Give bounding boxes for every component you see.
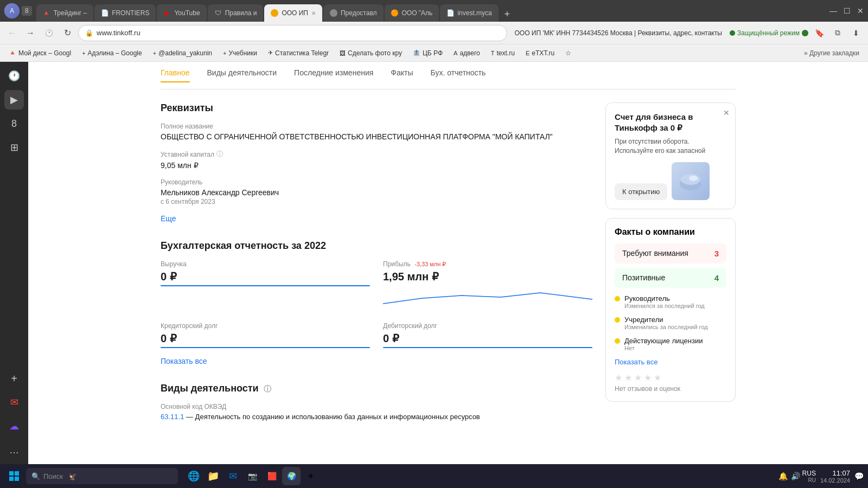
credit-chart-line: [161, 347, 370, 348]
bookmarks-more-button[interactable]: » Другие закладки: [800, 48, 864, 59]
maximize-button[interactable]: ☐: [844, 7, 851, 15]
tab-buh[interactable]: Бух. отчетность: [431, 68, 486, 82]
tab-count[interactable]: 8: [22, 6, 32, 16]
favorites-icon[interactable]: 🔖: [812, 25, 827, 41]
bookmark-label: Учебники: [228, 49, 257, 57]
ad-open-button[interactable]: К открытию: [615, 183, 667, 200]
credit-value: 0 ₽: [161, 332, 370, 345]
bookmark-icon-book: +: [223, 50, 226, 56]
profile-avatar[interactable]: A: [4, 3, 20, 18]
collections-icon[interactable]: ⧉: [830, 25, 845, 41]
taskbar-app3-icon[interactable]: 🟥: [263, 467, 281, 485]
tab-treyding[interactable]: 🔺 Трейдинг –: [36, 4, 93, 22]
bookmark-etxt[interactable]: E eTXT.ru: [521, 48, 559, 59]
clock-time: 11:07: [820, 469, 850, 477]
director-row: Руководитель Мельников Александр Сергеев…: [161, 178, 592, 206]
new-tab-button[interactable]: +: [500, 7, 515, 22]
download-icon[interactable]: ⬇: [848, 25, 864, 41]
star-1: ★: [615, 373, 622, 383]
refresh-button[interactable]: ↻: [60, 25, 75, 41]
profit-label: Прибыль -3,33 млн ₽: [383, 260, 592, 268]
bookmark-advego[interactable]: A адвего: [449, 48, 484, 59]
bookmark-uchebniki[interactable]: + Учебники: [219, 48, 261, 59]
notifications-icon[interactable]: 🔔: [778, 472, 788, 480]
activities-section: Виды деятельности ⓘ Основной код ОКВЭД 6…: [161, 383, 592, 421]
bookmark-photo[interactable]: 🖼 Сделать фото кру: [335, 48, 406, 59]
requisites-section: Реквизиты Полное название ОБЩЕСТВО С ОГР…: [161, 102, 592, 223]
clock-area[interactable]: 11:07 14.02.2024: [820, 469, 850, 484]
sidebar-history-icon[interactable]: 🕐: [4, 66, 24, 86]
sidebar-play-icon[interactable]: ▶: [4, 90, 24, 110]
activities-code-value: 63.11.1 — Деятельность по созданию и исп…: [161, 413, 592, 421]
sidebar-add-icon[interactable]: +: [4, 369, 24, 388]
bookmark-my-disk[interactable]: 🔺 Мой диск – Googl: [4, 48, 75, 59]
history-button[interactable]: 🕐: [41, 25, 56, 41]
bookmark-telegram[interactable]: + @adelina_yakunin: [149, 48, 216, 59]
forward-button[interactable]: →: [23, 25, 38, 41]
sidebar-apps-icon[interactable]: ⊞: [4, 138, 24, 157]
bookmark-stat-tg[interactable]: ✈ Статистика Telegr: [264, 48, 333, 59]
fact-item-content-3: Действующие лицензии Нет: [624, 337, 703, 351]
taskbar-edge-icon[interactable]: 🌐: [184, 467, 203, 485]
tab-invest[interactable]: 📄 invest.myca: [440, 4, 498, 22]
tab-youtube[interactable]: ▶ YouTube: [157, 4, 206, 22]
address-bar[interactable]: 🔒 www.tinkoff.ru: [78, 25, 507, 41]
title-bar: A 8 🔺 Трейдинг – 📄 FRONTIERS ▶ YouTube 🛡…: [0, 0, 868, 22]
close-button[interactable]: ✕: [857, 7, 864, 15]
tab-izm[interactable]: Последние изменения: [294, 68, 373, 82]
bookmark-text-ru[interactable]: T text.ru: [487, 48, 519, 59]
tab-ooo-ip[interactable]: ООО ИП ✕: [264, 4, 322, 22]
bookmark-label: @adelina_yakunin: [158, 49, 212, 57]
bookmark-icon-drive: 🔺: [9, 49, 16, 56]
taskbar-search-box[interactable]: 🔍 Поиск 🦅: [26, 468, 178, 484]
facts-title: Факты о компании: [615, 227, 726, 237]
tab-predostavl[interactable]: Предоставл: [323, 4, 384, 22]
minimize-button[interactable]: —: [829, 7, 837, 15]
page-inner: Главное Виды деятельности Последние изме…: [150, 62, 746, 460]
svg-point-2: [689, 176, 698, 181]
volume-icon[interactable]: 🔊: [791, 472, 800, 480]
sidebar-more-icon[interactable]: …: [4, 440, 24, 460]
taskbar-app2-icon[interactable]: 📷: [243, 467, 261, 485]
profit-chart: [383, 287, 592, 309]
tab-fakty[interactable]: Факты: [391, 68, 413, 82]
revenue-chart-line: [161, 285, 370, 286]
tab-frontiers[interactable]: 📄 FRONTIERS: [94, 4, 156, 22]
language-label: RUS: [802, 470, 816, 477]
bookmark-icon-stat: ✈: [268, 49, 273, 56]
notification-action-center[interactable]: 💬: [854, 472, 864, 480]
taskbar-chrome-icon[interactable]: 🌍: [282, 467, 301, 485]
capital-value: 9,05 млн ₽: [161, 161, 592, 170]
back-button[interactable]: ←: [4, 25, 20, 41]
sidebar-mail-icon[interactable]: ✉: [4, 393, 24, 412]
tab-glavnoe[interactable]: Главное: [161, 68, 190, 82]
taskbar-mail-icon[interactable]: ✉: [224, 467, 242, 485]
fact-item-desc-director: Изменился за последний год: [624, 303, 705, 309]
sidebar-cloud-icon[interactable]: ☁: [4, 416, 24, 436]
tab-close-btn[interactable]: ✕: [311, 10, 316, 16]
accounting-show-all[interactable]: Показать все: [161, 357, 592, 365]
taskbar-explorer-icon[interactable]: 📁: [204, 467, 222, 485]
sidebar-numeral-icon[interactable]: 8: [4, 114, 24, 133]
no-reviews-text: Нет отзывов и оценок: [615, 385, 726, 393]
director-date: с 6 сентября 2023: [161, 198, 592, 206]
activities-code-link[interactable]: 63.11.1: [161, 413, 184, 421]
start-button[interactable]: [4, 466, 24, 486]
capital-row: Уставной капитал ⓘ 9,05 млн ₽: [161, 150, 592, 170]
taskbar-telegram-icon[interactable]: ✈: [302, 467, 320, 485]
bookmark-star[interactable]: ☆: [561, 48, 576, 59]
tab-label: Трейдинг –: [54, 9, 87, 17]
bookmark-cbrf[interactable]: 🏦 ЦБ РФ: [409, 48, 447, 59]
tab-vidy[interactable]: Виды деятельности: [207, 68, 277, 82]
fact-positive-item[interactable]: Позитивные 4: [615, 268, 726, 288]
bookmark-adelina[interactable]: + Адэлина – Google: [78, 48, 146, 59]
tab-pravila[interactable]: 🛡 Правила и: [208, 4, 264, 22]
ad-card-close-button[interactable]: ✕: [723, 108, 730, 117]
facts-show-all-link[interactable]: Показать все: [615, 358, 726, 366]
window-controls: — ☐ ✕: [829, 7, 864, 15]
tab-label: invest.myca: [457, 9, 492, 17]
more-link[interactable]: Еще: [161, 214, 592, 223]
facts-card: Факты о компании Требуют внимания 3 Пози…: [605, 218, 736, 402]
fact-attention-item[interactable]: Требуют внимания 3: [615, 243, 726, 264]
tab-ooo-al[interactable]: 🟠 ООО "Аль: [385, 4, 439, 22]
